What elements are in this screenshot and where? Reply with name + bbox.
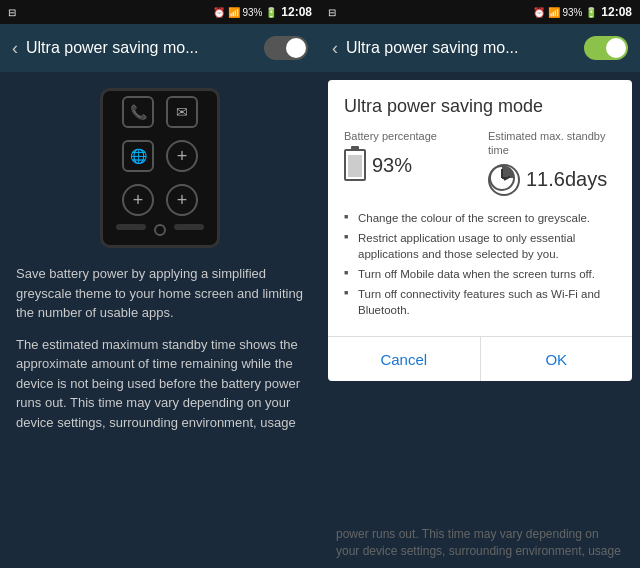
- left-status-icons: ⏰ 📶 93% 🔋: [213, 7, 277, 18]
- bullet-item-1: Change the colour of the screen to greys…: [344, 208, 616, 228]
- battery-value-row: 93%: [344, 149, 472, 181]
- dialog-bullet-list: Change the colour of the screen to greys…: [344, 208, 616, 321]
- left-status-bar: ⊟ ⏰ 📶 93% 🔋 12:08: [0, 0, 320, 24]
- phone-app-add-1: +: [166, 140, 198, 172]
- left-description-2: The estimated maximum standby time shows…: [16, 335, 304, 433]
- dialog-stats: Battery percentage 93% Estimated max. st…: [344, 129, 616, 196]
- bullet-item-4: Turn off connectivity features such as W…: [344, 284, 616, 320]
- dialog-title: Ultra power saving mode: [328, 80, 632, 129]
- right-top-bar: ‹ Ultra power saving mo...: [320, 24, 640, 72]
- phone-nav-pill-2: [174, 224, 204, 230]
- battery-icon: [344, 149, 366, 181]
- right-status-bar: ⊟ ⏰ 📶 93% 🔋 12:08: [320, 0, 640, 24]
- right-dialog-container: power runs out. This time may vary depen…: [320, 72, 640, 568]
- right-status-time: 12:08: [601, 5, 632, 19]
- phone-app-internet: 🌐: [122, 140, 154, 172]
- phone-app-message: ✉: [166, 96, 198, 128]
- right-bg-text: power runs out. This time may vary depen…: [320, 518, 640, 568]
- cancel-button[interactable]: Cancel: [328, 337, 480, 381]
- right-back-button[interactable]: ‹: [332, 38, 338, 59]
- left-status-icon-left: ⊟: [8, 7, 16, 18]
- left-panel: ⊟ ⏰ 📶 93% 🔋 12:08 ‹ Ultra power saving m…: [0, 0, 320, 568]
- dialog-buttons: Cancel OK: [328, 337, 632, 381]
- left-content: 📞 ✉ 🌐 + + + Save battery power by applyi…: [0, 72, 320, 568]
- standby-value-row: 11.6days: [488, 164, 616, 196]
- ok-button[interactable]: OK: [481, 337, 633, 381]
- battery-stat: Battery percentage 93%: [344, 129, 472, 196]
- bullet-item-2: Restrict application usage to only essen…: [344, 228, 616, 264]
- left-description-1: Save battery power by applying a simplif…: [16, 264, 304, 323]
- phone-app-add-3: +: [166, 184, 198, 216]
- phone-nav-circle: [154, 224, 166, 236]
- phone-app-grid: 📞 ✉ 🌐 + + +: [122, 96, 198, 216]
- battery-fill: [348, 155, 362, 177]
- phone-app-add-2: +: [122, 184, 154, 216]
- right-toggle-switch[interactable]: [584, 36, 628, 60]
- left-back-button[interactable]: ‹: [12, 38, 18, 59]
- dialog-box: Ultra power saving mode Battery percenta…: [328, 80, 632, 381]
- phone-nav-pill: [116, 224, 146, 230]
- left-toggle-thumb: [286, 38, 306, 58]
- right-panel: ⊟ ⏰ 📶 93% 🔋 12:08 ‹ Ultra power saving m…: [320, 0, 640, 568]
- battery-label: Battery percentage: [344, 129, 472, 143]
- standby-label: Estimated max. standby time: [488, 129, 616, 158]
- phone-bottom-bar: [116, 224, 204, 236]
- standby-value: 11.6days: [526, 168, 607, 191]
- dialog-body: Battery percentage 93% Estimated max. st…: [328, 129, 632, 336]
- right-status-icons: ⏰ 📶 93% 🔋: [533, 7, 597, 18]
- standby-stat: Estimated max. standby time 11.6d: [488, 129, 616, 196]
- left-status-time: 12:08: [281, 5, 312, 19]
- right-toggle-thumb: [606, 38, 626, 58]
- left-toggle-switch[interactable]: [264, 36, 308, 60]
- clock-icon: [488, 164, 520, 196]
- right-status-icon-left: ⊟: [328, 7, 336, 18]
- bullet-item-3: Turn off Mobile data when the screen tur…: [344, 264, 616, 284]
- left-top-bar-title: Ultra power saving mo...: [26, 39, 256, 57]
- right-top-bar-title: Ultra power saving mo...: [346, 39, 576, 57]
- left-top-bar: ‹ Ultra power saving mo...: [0, 24, 320, 72]
- phone-mockup: 📞 ✉ 🌐 + + +: [100, 88, 220, 248]
- phone-app-phone: 📞: [122, 96, 154, 128]
- battery-value: 93%: [372, 154, 412, 177]
